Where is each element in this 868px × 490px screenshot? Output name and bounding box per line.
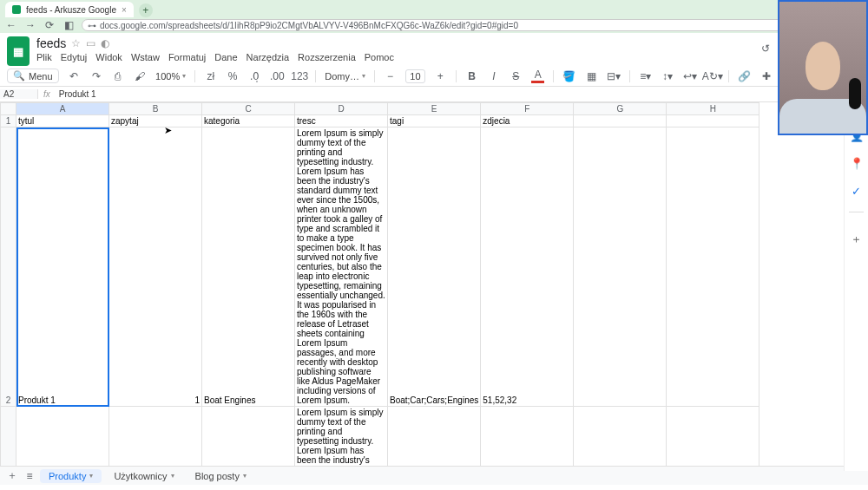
bold-button[interactable]: B — [465, 69, 478, 83]
ext-left-icon[interactable]: ◧ — [62, 19, 75, 31]
new-tab-button[interactable]: + — [139, 3, 153, 17]
valign-button[interactable]: ↕▾ — [661, 69, 674, 83]
menu-narzedzia[interactable]: Narzędzia — [247, 52, 290, 62]
spreadsheet-grid[interactable]: A B C D E F G H 1 tytul zapytaj kategori… — [0, 102, 868, 466]
forward-button[interactable]: → — [24, 19, 36, 31]
sheets-favicon — [12, 5, 21, 14]
doc-title[interactable]: feeds — [36, 36, 66, 50]
col-header-b[interactable]: B — [109, 103, 202, 115]
cell-b2[interactable]: 1 — [109, 127, 202, 407]
col-header-c[interactable]: C — [202, 103, 295, 115]
menu-plik[interactable]: Plik — [36, 52, 52, 62]
font-size-decrease[interactable]: − — [384, 69, 397, 83]
col-header-d[interactable]: D — [295, 103, 388, 115]
percent-button[interactable]: % — [227, 69, 240, 83]
row-header-3[interactable]: 3 — [1, 407, 16, 467]
name-box[interactable]: A2 — [0, 89, 38, 99]
undo-button[interactable]: ↶ — [68, 69, 81, 83]
font-family-dropdown[interactable]: Domy…▾ — [325, 71, 365, 82]
comment-add-button[interactable]: ✚ — [760, 69, 773, 83]
cell-c2[interactable]: Boat Engines — [202, 127, 295, 407]
zoom-dropdown[interactable]: 100%▾ — [155, 71, 186, 82]
cell-e3[interactable]: Boat;Car;Cars;Engines — [388, 407, 481, 467]
sheets-logo[interactable]: ▦ — [7, 36, 30, 66]
cell-f3[interactable]: 33,34,35 — [481, 407, 574, 467]
print-button[interactable]: ⎙ — [111, 69, 124, 83]
side-icon-tasks[interactable]: ✓ — [850, 184, 864, 198]
cell-f2[interactable]: 51,52,32 — [481, 127, 574, 407]
close-tab-icon[interactable]: × — [122, 5, 127, 15]
font-size-input[interactable]: 10 — [405, 69, 424, 83]
col-header-h[interactable]: H — [667, 103, 760, 115]
side-icon-maps[interactable]: 📍 — [850, 156, 864, 170]
back-button[interactable]: ← — [5, 19, 17, 31]
menu-rozszerzenia[interactable]: Rozszerzenia — [298, 52, 356, 62]
menu-wstaw[interactable]: Wstaw — [131, 52, 160, 62]
more-formats-button[interactable]: 123 — [293, 69, 306, 83]
row-header-2[interactable]: 2 — [1, 127, 16, 407]
halign-button[interactable]: ≡▾ — [639, 69, 652, 83]
address-bar[interactable]: ⊶ docs.google.com/spreadsheets/d/1IihR8p… — [82, 19, 786, 31]
rotate-button[interactable]: A↻▾ — [706, 69, 720, 83]
text-color-button[interactable]: A — [531, 69, 544, 83]
col-header-e[interactable]: E — [388, 103, 481, 115]
history-icon[interactable]: ↺ — [759, 42, 773, 56]
move-folder-icon[interactable]: ▭ — [86, 37, 95, 49]
add-sheet-button[interactable]: ＋ — [5, 469, 19, 483]
font-size-increase[interactable]: + — [434, 69, 447, 83]
reload-button[interactable]: ⟳ — [43, 19, 56, 31]
cell-d2[interactable]: Lorem Ipsum is simply dummy text of the … — [295, 127, 388, 407]
site-info-icon[interactable]: ⊶ — [88, 21, 96, 30]
cell-a2[interactable]: Produkt 1 — [16, 127, 109, 407]
cell-a3[interactable]: Produkt 2 — [16, 407, 109, 467]
fill-color-button[interactable]: 🪣 — [562, 69, 575, 83]
dec-decrease-button[interactable]: .0̩ — [248, 69, 261, 83]
menus-button[interactable]: 🔍Menu — [7, 69, 59, 83]
menu-formatuj[interactable]: Formatuj — [168, 52, 206, 62]
sheet-tab-produkty[interactable]: Produkty▾ — [40, 469, 102, 483]
select-all-corner[interactable] — [1, 103, 16, 115]
cell-e1[interactable]: tagi — [388, 115, 481, 127]
sheet-tab-uzytkownicy[interactable]: Użytkownicy▾ — [105, 469, 182, 483]
col-header-g[interactable]: G — [574, 103, 667, 115]
sheet-tab-blog-posty[interactable]: Blog posty▾ — [187, 469, 255, 483]
side-icon-add[interactable]: ＋ — [850, 232, 864, 246]
cell-h3[interactable] — [667, 407, 760, 467]
menu-dane[interactable]: Dane — [214, 52, 237, 62]
cell-h2[interactable] — [667, 127, 760, 407]
cell-e2[interactable]: Boat;Car;Cars;Engines — [388, 127, 481, 407]
cell-f1[interactable]: zdjecia — [481, 115, 574, 127]
cell-g3[interactable] — [574, 407, 667, 467]
formula-content[interactable]: Produkt 1 — [56, 89, 100, 99]
col-header-a[interactable]: A — [16, 103, 109, 115]
paint-format-button[interactable]: 🖌 — [134, 69, 147, 83]
cell-b3[interactable]: 1 — [109, 407, 202, 467]
cell-g2[interactable] — [574, 127, 667, 407]
cell-g1[interactable] — [574, 115, 667, 127]
row-header-1[interactable]: 1 — [1, 115, 16, 127]
merge-button[interactable]: ⊟▾ — [607, 69, 621, 83]
italic-button[interactable]: I — [487, 69, 500, 83]
redo-button[interactable]: ↷ — [89, 69, 102, 83]
strike-button[interactable]: S — [510, 69, 523, 83]
all-sheets-button[interactable]: ≡ — [23, 469, 36, 483]
col-header-f[interactable]: F — [481, 103, 574, 115]
cell-b1[interactable]: zapytaj — [109, 115, 202, 127]
borders-button[interactable]: ▦ — [585, 69, 598, 83]
cell-c1[interactable]: kategoria — [202, 115, 295, 127]
wrap-button[interactable]: ↩▾ — [683, 69, 697, 83]
currency-button[interactable]: zł — [204, 69, 217, 83]
cell-h1[interactable] — [667, 115, 760, 127]
cloud-status-icon[interactable]: ◐ — [101, 37, 109, 49]
cell-c3[interactable]: Boat Engines — [202, 407, 295, 467]
cell-d1[interactable]: tresc — [295, 115, 388, 127]
menu-pomoc[interactable]: Pomoc — [365, 52, 394, 62]
star-icon[interactable]: ☆ — [71, 37, 81, 49]
cell-d3[interactable]: Lorem Ipsum is simply dummy text of the … — [295, 407, 388, 467]
link-button[interactable]: 🔗 — [738, 69, 751, 83]
cell-a1[interactable]: tytul — [16, 115, 109, 127]
dec-increase-button[interactable]: .00 — [270, 69, 284, 83]
browser-tab-active[interactable]: feeds - Arkusze Google × — [5, 2, 134, 17]
menu-widok[interactable]: Widok — [95, 52, 122, 62]
menu-edytuj[interactable]: Edytuj — [61, 52, 88, 62]
